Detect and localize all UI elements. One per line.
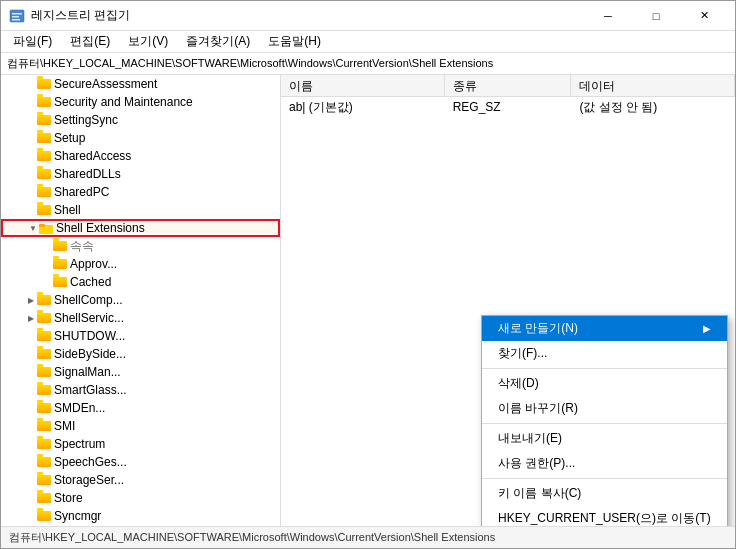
tree-label: Syncmgr	[54, 509, 101, 523]
status-bar: 컴퓨터\HKEY_LOCAL_MACHINE\SOFTWARE\Microsof…	[1, 526, 735, 548]
ctx-sep-2	[482, 423, 727, 424]
tree-label: Setup	[54, 131, 85, 145]
folder-icon	[37, 168, 51, 180]
title-bar-controls: ─ □ ✕	[585, 1, 727, 31]
column-headers: 이름 종류 데이터	[281, 75, 735, 97]
ctx-rename[interactable]: 이름 바꾸기(R)	[482, 396, 727, 421]
folder-icon	[53, 276, 67, 288]
tree-label: SmartGlass...	[54, 383, 127, 397]
svg-rect-3	[12, 19, 20, 21]
tree-item-sidebyside[interactable]: SideBySide...	[1, 345, 280, 363]
tree-arrow	[25, 492, 37, 504]
tree-item-sharedaccess[interactable]: SharedAccess	[1, 147, 280, 165]
registry-editor-window: 레지스트리 편집기 ─ □ ✕ 파일(F) 편집(E) 보기(V) 즐겨찾기(A…	[0, 0, 736, 549]
tree-panel: SecureAssessment Security and Maintenanc…	[1, 75, 281, 526]
title-bar: 레지스트리 편집기 ─ □ ✕	[1, 1, 735, 31]
tree-item-shell[interactable]: Shell	[1, 201, 280, 219]
tree-label: SHUTDOW...	[54, 329, 125, 343]
tree-label: ShellComp...	[54, 293, 123, 307]
right-panel: 이름 종류 데이터 ab| (기본값) REG_SZ (값 설정 안 됨) 새로…	[281, 75, 735, 526]
tree-item-shareddlls[interactable]: SharedDLLs	[1, 165, 280, 183]
svg-rect-1	[12, 13, 22, 15]
tree-item-storagese[interactable]: StorageSer...	[1, 471, 280, 489]
ctx-new[interactable]: 새로 만들기(N) ▶	[482, 316, 727, 341]
ctx-find[interactable]: 찾기(F)...	[482, 341, 727, 366]
tree-arrow	[25, 366, 37, 378]
tree-item-setup[interactable]: Setup	[1, 129, 280, 147]
menu-view[interactable]: 보기(V)	[120, 31, 176, 52]
registry-value-row[interactable]: ab| (기본값) REG_SZ (값 설정 안 됨)	[281, 97, 735, 117]
tree-arrow	[41, 258, 53, 270]
folder-icon	[37, 186, 51, 198]
tree-item-smartglass[interactable]: SmartGlass...	[1, 381, 280, 399]
tree-item-shell-extensions[interactable]: ▼ Shell Extensions	[1, 219, 280, 237]
tree-item-속속[interactable]: 속속	[1, 237, 280, 255]
tree-arrow	[25, 510, 37, 522]
tree-item-secure-assessment[interactable]: SecureAssessment	[1, 75, 280, 93]
tree-item-smi[interactable]: SMI	[1, 417, 280, 435]
cached-label: Cached	[70, 275, 111, 289]
ctx-goto-hkcu[interactable]: HKEY_CURRENT_USER(으)로 이동(T)	[482, 506, 727, 526]
tree-label: SecureAssessment	[54, 77, 157, 91]
tree-item-shutdown[interactable]: SHUTDOW...	[1, 327, 280, 345]
tree-label: Shell	[54, 203, 81, 217]
ctx-copy-key[interactable]: 키 이름 복사(C)	[482, 481, 727, 506]
context-menu: 새로 만들기(N) ▶ 찾기(F)... 삭제(D) 이름 바꾸기(R) 내보내…	[481, 315, 728, 526]
tree-item-syspreptapi[interactable]: SysPrepTapi	[1, 525, 280, 526]
folder-icon	[37, 366, 51, 378]
folder-icon	[37, 438, 51, 450]
tree-arrow	[25, 168, 37, 180]
tree-item-spectrum[interactable]: Spectrum	[1, 435, 280, 453]
tree-item-sharedpc[interactable]: SharedPC	[1, 183, 280, 201]
tree-arrow	[25, 114, 37, 126]
folder-icon	[37, 510, 51, 522]
tree-item-shellservic[interactable]: ▶ ShellServic...	[1, 309, 280, 327]
tree-item-approv[interactable]: Approv...	[1, 255, 280, 273]
tree-label: SMI	[54, 419, 75, 433]
tree-item-smden[interactable]: SMDEn...	[1, 399, 280, 417]
tree-label: SMDEn...	[54, 401, 105, 415]
tree-item-speechges[interactable]: SpeechGes...	[1, 453, 280, 471]
folder-icon	[37, 474, 51, 486]
main-content: SecureAssessment Security and Maintenanc…	[1, 75, 735, 526]
folder-icon	[53, 258, 67, 270]
ctx-delete[interactable]: 삭제(D)	[482, 371, 727, 396]
value-type: REG_SZ	[445, 98, 572, 116]
folder-icon	[37, 402, 51, 414]
tree-label: SharedDLLs	[54, 167, 121, 181]
tree-arrow	[25, 474, 37, 486]
tree-item-syncmgr[interactable]: Syncmgr	[1, 507, 280, 525]
folder-icon	[37, 96, 51, 108]
address-bar: 컴퓨터\HKEY_LOCAL_MACHINE\SOFTWARE\Microsof…	[1, 53, 735, 75]
tree-arrow	[25, 348, 37, 360]
maximize-button[interactable]: □	[633, 1, 679, 31]
folder-icon	[37, 312, 51, 324]
tree-arrow	[25, 150, 37, 162]
folder-icon	[53, 240, 67, 252]
tree-item-signalman[interactable]: SignalMan...	[1, 363, 280, 381]
tree-arrow	[25, 402, 37, 414]
col-type: 종류	[445, 75, 572, 96]
menu-file[interactable]: 파일(F)	[5, 31, 60, 52]
ctx-sep-1	[482, 368, 727, 369]
tree-item-settingsync[interactable]: SettingSync	[1, 111, 280, 129]
tree-arrow	[25, 420, 37, 432]
tree-item-store[interactable]: Store	[1, 489, 280, 507]
tree-arrow	[41, 276, 53, 288]
close-button[interactable]: ✕	[681, 1, 727, 31]
menu-help[interactable]: 도움말(H)	[260, 31, 329, 52]
ctx-export[interactable]: 내보내기(E)	[482, 426, 727, 451]
tree-arrow	[25, 132, 37, 144]
tree-item-cached[interactable]: Cached	[1, 273, 280, 291]
minimize-button[interactable]: ─	[585, 1, 631, 31]
value-name: ab| (기본값)	[281, 97, 445, 118]
menu-edit[interactable]: 편집(E)	[62, 31, 118, 52]
menu-favorites[interactable]: 즐겨찾기(A)	[178, 31, 258, 52]
tree-arrow	[41, 240, 53, 252]
folder-icon	[37, 294, 51, 306]
tree-label: SideBySide...	[54, 347, 126, 361]
tree-item-security-maintenance[interactable]: Security and Maintenance	[1, 93, 280, 111]
ctx-permissions[interactable]: 사용 권한(P)...	[482, 451, 727, 476]
tree-item-shellcomp[interactable]: ▶ ShellComp...	[1, 291, 280, 309]
value-data: (값 설정 안 됨)	[571, 97, 735, 118]
